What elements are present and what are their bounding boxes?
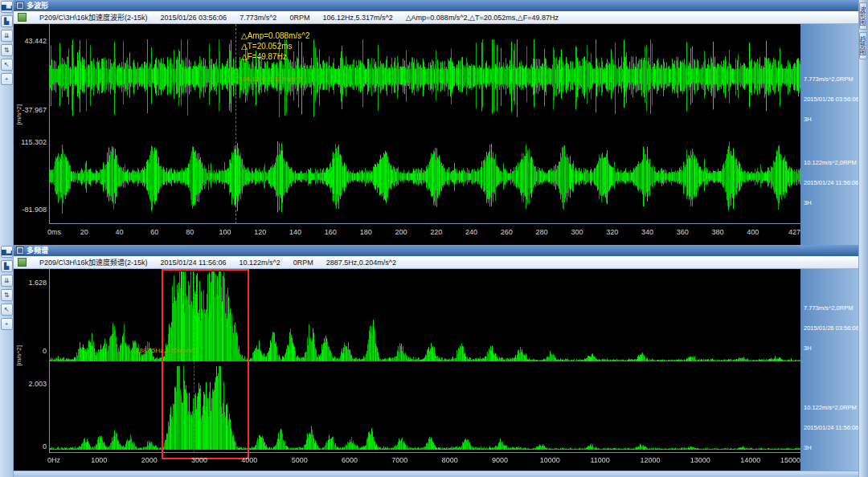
swap-arrows-icon[interactable]: ⇅ <box>1 289 13 301</box>
trace1-point: 3H <box>804 344 812 352</box>
download-arrows-icon[interactable]: ⇊ <box>1 275 13 287</box>
x-axis-label: 280 <box>536 228 548 236</box>
y-axis-label: 2.003 <box>28 380 47 388</box>
x-axis-label: 20 <box>80 228 88 236</box>
spectrum-cursor-line[interactable] <box>194 269 194 453</box>
measure-datetime: 2015/01/26 03:56:06 <box>161 14 227 22</box>
waveform-window: ▆▂▅▙⇊⇅↖+ ▤ 多波形 P209/C\3H\16k加速度波形(2-15k)… <box>0 0 868 246</box>
x-axis-label: 427 <box>788 228 800 236</box>
waveform-canvas[interactable] <box>50 24 801 224</box>
x-axis-label: 5000 <box>292 456 308 464</box>
x-axis-label: 2000 <box>141 456 158 464</box>
waveform-legend-panel: 7.773m/s^2,0RPM 2015/01/26 03:56:06 3H 1… <box>800 24 858 245</box>
delta-readout: △Amp=0.088m/s^2,△T=20.052ms,△F=49.87Hz <box>406 14 559 22</box>
cursor-readout: 2887.5Hz,0.204m/s^2 <box>326 259 396 267</box>
frequency-selection-box[interactable] <box>162 269 250 459</box>
x-axis-label: 320 <box>606 228 618 236</box>
x-axis-label: 200 <box>395 228 407 236</box>
trace2-amplitude: 10.122m/s^2,0RPM <box>804 404 857 411</box>
channel-path: P209/C\3H\16k加速度频谱(2-15k) <box>39 257 148 267</box>
x-axis-label: 9000 <box>492 456 508 464</box>
spectrum-window-titlebar[interactable]: ▤ 多频谱 <box>14 245 858 256</box>
delta-amp-label: △Amp=0.088m/s^2 <box>241 31 309 41</box>
x-axis-label: 40 <box>116 228 124 236</box>
x-axis-label: 4000 <box>241 456 257 464</box>
trace2-datetime: 2015/01/24 11:56:06 <box>804 179 858 186</box>
histogram-icon[interactable]: ▙ <box>1 15 13 27</box>
trace1-amplitude: 7.773m/s^2,0RPM <box>804 75 853 83</box>
spectrum-plot-area: 1.628 0 2.003 0 [m/s^2] 2887.5Hz,0.204m/… <box>14 269 858 471</box>
window-icon: ▤ <box>16 247 24 255</box>
spectrum-right-strip[interactable] <box>858 245 868 477</box>
waveform-toolbar: ▆▂▅▙⇊⇅↖+ <box>0 0 14 245</box>
x-axis-label: 100 <box>219 228 231 236</box>
peak-amplitude: 10.122m/s^2 <box>239 259 280 267</box>
y-axis-unit: [m/s^2] <box>15 345 23 366</box>
x-axis-label: 140 <box>289 228 301 236</box>
x-axis-label: 11000 <box>590 456 609 464</box>
delta-freq-label: △F=49.87Hz <box>241 51 309 62</box>
x-axis-label: 0ms <box>47 228 61 236</box>
cursor-arrow-icon[interactable]: ↖ <box>1 304 13 316</box>
trace2-amplitude: 10.122m/s^2,0RPM <box>804 159 857 166</box>
swap-arrows-icon[interactable]: ⇅ <box>1 44 13 56</box>
x-axis-label: 12000 <box>640 456 660 464</box>
trace1-amplitude: 7.773m/s^2,0RPM <box>804 304 853 312</box>
x-axis-label: 8000 <box>442 456 458 464</box>
spectrum-toolbar: ▆▂▅▙⇊⇅↖+ <box>0 245 14 477</box>
trace1-point: 3H <box>804 116 812 123</box>
bar-chart-icon[interactable]: ▆▂▅ <box>1 246 13 258</box>
cursor-readout: 106.12Hz,5.317m/s^2 <box>322 14 392 22</box>
trace1-datetime: 2015/01/26 03:56:06 <box>804 96 858 103</box>
bar-chart-icon[interactable]: ▆▂▅ <box>1 1 13 13</box>
x-axis-label: 80 <box>186 228 194 236</box>
spectrum-window: ▆▂▅▙⇊⇅↖+ ▤ 多频谱 P209/C\3H\16k加速度频谱(2-15k)… <box>0 245 868 477</box>
trace1-datetime: 2015/01/26 03:56:06 <box>804 324 858 332</box>
x-axis-label: 300 <box>571 228 583 236</box>
waveform-window-titlebar[interactable]: ▤ 多波形 <box>14 0 858 11</box>
x-axis-label: 260 <box>501 228 513 236</box>
waveform-header: P209/C\3H\16k加速度波形(2-15k) 2015/01/26 03:… <box>14 11 858 24</box>
window-title: 多波形 <box>27 2 48 10</box>
x-axis-label: 7000 <box>391 456 407 464</box>
waveform-plot-area: 43.442 -37.967 115.302 -81.908 [m/s^2] △… <box>14 24 858 245</box>
cursor-arrow-icon[interactable]: ↖ <box>1 59 13 71</box>
rpm-value: 0RPM <box>293 259 313 267</box>
x-axis-label: 120 <box>254 228 266 236</box>
channel-icon <box>18 13 27 22</box>
waveform-cursor-line[interactable] <box>235 24 236 224</box>
waveform-x-axis: 0ms2040608010012014016018020022024026028… <box>49 228 800 239</box>
x-axis-label: 13000 <box>690 456 710 464</box>
histogram-icon[interactable]: ▙ <box>1 260 13 272</box>
waveform-canvas-area[interactable] <box>49 24 800 224</box>
horizontal-scrollbar[interactable] <box>14 471 858 477</box>
download-arrows-icon[interactable]: ⇊ <box>1 30 13 42</box>
delta-time-label: △T=20.052ms <box>241 41 309 51</box>
y-axis-label: 115.302 <box>21 138 47 146</box>
rpm-value: 0RPM <box>289 14 309 22</box>
y-axis-label: 43.442 <box>24 37 47 45</box>
x-axis-label: 1000 <box>91 456 107 464</box>
y-axis-label: 0 <box>43 347 47 355</box>
measure-datetime: 2015/01/24 11:56:06 <box>161 259 227 267</box>
x-axis-label: 380 <box>712 228 724 236</box>
y-axis-unit: [m/s^2] <box>15 104 23 125</box>
pan-hand-icon[interactable]: + <box>1 73 13 85</box>
waveform-y-axis: 43.442 -37.967 115.302 -81.908 [m/s^2] <box>14 24 49 245</box>
y-axis-label: 1.628 <box>28 279 47 287</box>
waveform-right-strip[interactable]: 波形图 趋势图 <box>858 0 868 245</box>
x-axis-label: 6000 <box>342 456 358 464</box>
x-axis-label: 180 <box>360 228 372 236</box>
x-axis-label: 0Hz <box>47 456 60 464</box>
spectrum-cursor-label: 2887.5Hz,0.204m/s^2 <box>136 347 199 354</box>
x-axis-label: 360 <box>677 228 689 236</box>
window-title: 多频谱 <box>27 247 48 255</box>
channel-icon <box>18 258 27 267</box>
trace2-datetime: 2015/01/24 11:56:06 <box>804 424 858 431</box>
tab-waveform[interactable]: 波形图 <box>859 2 867 30</box>
tab-trend[interactable]: 趋势图 <box>859 32 867 59</box>
x-axis-label: 60 <box>150 228 158 236</box>
pan-hand-icon[interactable]: + <box>1 318 13 330</box>
x-axis-label: 14000 <box>740 456 760 464</box>
x-axis-label: 400 <box>747 228 759 236</box>
